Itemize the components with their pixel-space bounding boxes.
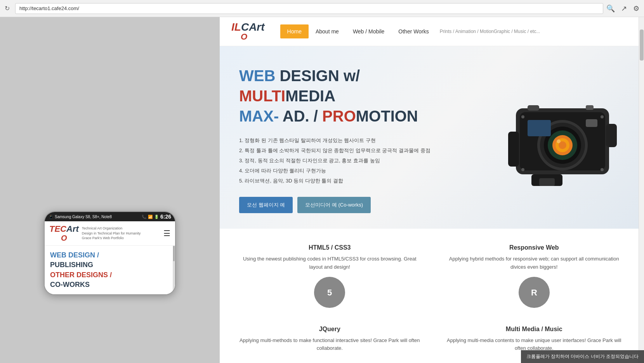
svg-rect-10 bbox=[528, 105, 539, 111]
feature-multimedia: Multi Media / Music Applying multi-media… bbox=[444, 326, 625, 353]
logo-o: O bbox=[241, 33, 247, 41]
mobile-logo: TECArt O Technical Art Organization Desi… bbox=[49, 224, 141, 242]
mobile-logo-o: O bbox=[49, 234, 79, 242]
mobile-menu-icon[interactable]: ☰ bbox=[163, 229, 170, 238]
scrollbar-track bbox=[639, 17, 644, 363]
url-bar[interactable]: http://tecarto1.cafe24.com/ bbox=[15, 3, 603, 14]
btn-web-example[interactable]: 모선 웹페이지 예 bbox=[239, 197, 293, 213]
nav-subtitle: Prints / Animation / MotionGraphic / Mus… bbox=[440, 29, 540, 34]
svg-rect-12 bbox=[528, 120, 551, 136]
hero-section: WEB DESIGN w/ MULTIMEDIA MAX- AD. / PROM… bbox=[220, 46, 644, 229]
nav-web-mobile[interactable]: Web / Mobile bbox=[346, 24, 391, 38]
hero-web: WEB bbox=[239, 67, 275, 84]
feature-multimedia-title: Multi Media / Music bbox=[444, 326, 625, 333]
svg-text:5: 5 bbox=[327, 288, 332, 297]
feature-responsive-title: Responsive Web bbox=[444, 244, 625, 251]
hero-list-item-1: 1. 정형화 된 기존 웹스타일 탈피하여 개성있는 웹사이트 구현 bbox=[239, 135, 457, 146]
right-website-panel: ILCArt O Home About me Web / Mobile Othe… bbox=[220, 17, 644, 363]
hero-design: DESIGN w/ bbox=[275, 67, 360, 84]
hero-list-item-3: 3. 정적, 동적 요소의 적절한 디자인으로 광고, 홍보 효과를 높임 bbox=[239, 156, 457, 166]
svg-point-21 bbox=[601, 168, 604, 171]
features-section: HTML5 / CSS3 Using the newest publishing… bbox=[220, 229, 644, 363]
feature-jquery-title: JQuery bbox=[239, 326, 420, 333]
hero-list: 1. 정형화 된 기존 웹스타일 탈피하여 개성있는 웹사이트 구현 2. 특정… bbox=[239, 135, 457, 186]
logo-il: IL bbox=[231, 21, 241, 33]
clock: 6:26 bbox=[160, 214, 171, 220]
hero-ad: AD. / bbox=[279, 108, 322, 125]
nav-home[interactable]: Home bbox=[280, 24, 309, 38]
feature-html5-icon: 5 bbox=[314, 277, 345, 308]
search-icon[interactable]: 🔍 bbox=[606, 4, 615, 13]
hero-list-item-2: 2. 특정 툴과 틀에 소박하게 국한되지 않은 종합적인 업무력으로 궁극적 … bbox=[239, 146, 457, 156]
reload-icon[interactable]: ↻ bbox=[5, 5, 10, 12]
url-text: http://tecarto1.cafe24.com/ bbox=[19, 5, 79, 11]
nav-about[interactable]: About me bbox=[309, 24, 346, 38]
hero-title: WEB DESIGN w/ MULTIMEDIA MAX- AD. / PROM… bbox=[239, 66, 457, 126]
mobile-hero-title: WEB DESIGN / PUBLISHING OTHER DESIGNS / … bbox=[50, 250, 170, 290]
mobile-logo-art: Art bbox=[66, 224, 79, 234]
feature-responsive-desc: Applying hybrid methods for responsive w… bbox=[444, 255, 625, 271]
svg-point-18 bbox=[521, 115, 524, 118]
svg-point-9 bbox=[557, 139, 561, 143]
browser-chrome: ↻ http://tecarto1.cafe24.com/ 🔍 ↗ ⚙ bbox=[0, 0, 644, 17]
scrollbar-thumb[interactable] bbox=[640, 30, 644, 61]
hero-text: WEB DESIGN w/ MULTIMEDIA MAX- AD. / PROM… bbox=[239, 66, 457, 213]
hero-camera-image bbox=[500, 77, 625, 201]
feature-html5-title: HTML5 / CSS3 bbox=[239, 244, 420, 251]
svg-rect-13 bbox=[586, 119, 597, 127]
hero-pro: PRO bbox=[322, 108, 356, 125]
browser-icons: 🔍 ↗ ⚙ bbox=[606, 4, 639, 13]
feature-jquery-desc: Applying multi-methods to make functiona… bbox=[239, 337, 420, 353]
feature-jquery: JQuery Applying multi-methods to make fu… bbox=[239, 326, 420, 353]
site-logo: ILCArt O bbox=[231, 22, 265, 41]
website-header: ILCArt O Home About me Web / Mobile Othe… bbox=[220, 17, 644, 46]
site-nav: Home About me Web / Mobile Other Works P… bbox=[280, 24, 540, 38]
mobile-logo-tec: TEC bbox=[49, 224, 66, 234]
feature-responsive-icon: R bbox=[519, 277, 550, 308]
svg-point-20 bbox=[521, 168, 524, 171]
hero-motion: MOTION bbox=[356, 108, 418, 125]
feature-html5: HTML5 / CSS3 Using the newest publishing… bbox=[239, 244, 420, 314]
settings-icon[interactable]: ⚙ bbox=[633, 4, 639, 13]
hero-list-item-5: 5. 라이브액션, 음악, 3D 등의 다양한 툴의 결합 bbox=[239, 176, 457, 186]
status-right: 📞 📶 🔋 6:26 bbox=[142, 214, 171, 220]
svg-rect-11 bbox=[586, 105, 594, 110]
hero-media: MEDIA bbox=[285, 87, 335, 104]
page-wrapper: 📱 Samsung Galaxy S8, S8+, Note8 📞 📶 🔋 6:… bbox=[0, 17, 644, 363]
svg-point-19 bbox=[601, 115, 604, 118]
nav-other-works[interactable]: Other Works bbox=[391, 24, 436, 38]
feature-responsive: Responsive Web Applying hybrid methods f… bbox=[444, 244, 625, 314]
logo-c: C bbox=[241, 21, 249, 33]
svg-text:R: R bbox=[531, 288, 537, 297]
svg-rect-17 bbox=[606, 124, 617, 147]
hero-max: MAX- bbox=[239, 108, 279, 125]
logo-art: Art bbox=[249, 21, 264, 33]
btn-media-example[interactable]: 모선미디어 예 (Co-works) bbox=[297, 197, 371, 213]
toast-notification: 크롬플레가 장치하여 더바이스 너비가 조정되었습니다 bbox=[521, 350, 644, 363]
device-name: 📱 Samsung Galaxy S8, S8+, Note8 bbox=[49, 215, 112, 219]
share-icon[interactable]: ↗ bbox=[621, 4, 627, 13]
svg-rect-16 bbox=[508, 132, 519, 167]
feature-html5-desc: Using the newest publishing codes in HTM… bbox=[239, 255, 420, 271]
hero-buttons: 모선 웹페이지 예 모선미디어 예 (Co-works) bbox=[239, 197, 457, 213]
mobile-preview: 📱 Samsung Galaxy S8, S8+, Note8 📞 📶 🔋 6:… bbox=[44, 211, 176, 295]
mobile-nav: TECArt O Technical Art Organization Desi… bbox=[45, 221, 175, 246]
svg-rect-15 bbox=[539, 178, 555, 186]
hero-list-item-4: 4. 오더에 따라 다양한 퀄리티 구현가능 bbox=[239, 166, 457, 176]
mobile-status-bar: 📱 Samsung Galaxy S8, S8+, Note8 📞 📶 🔋 6:… bbox=[45, 212, 175, 221]
hero-multi: MULTI bbox=[239, 87, 285, 104]
mobile-tagline: Technical Art Organization Design in Tec… bbox=[82, 226, 141, 241]
left-panel: 📱 Samsung Galaxy S8, S8+, Note8 📞 📶 🔋 6:… bbox=[0, 17, 220, 363]
mobile-scrollbar bbox=[173, 246, 175, 294]
mobile-content: WEB DESIGN / PUBLISHING OTHER DESIGNS / … bbox=[45, 246, 175, 294]
